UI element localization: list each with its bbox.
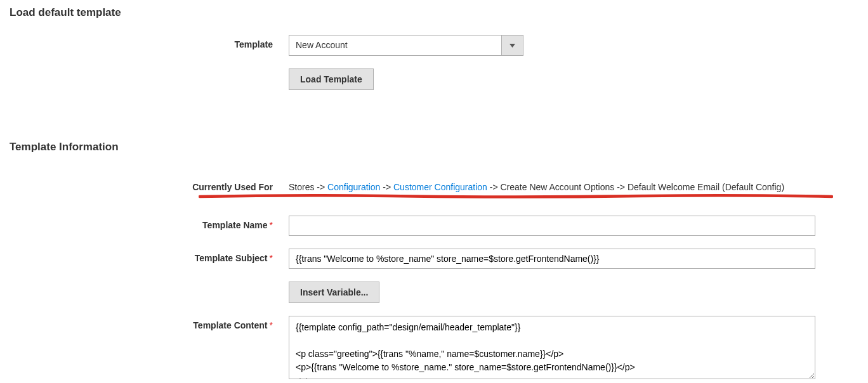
load-template-button[interactable]: Load Template bbox=[289, 68, 374, 90]
path-configuration-link[interactable]: Configuration bbox=[327, 182, 380, 192]
currently-used-for-label: Currently Used For bbox=[10, 182, 289, 193]
template-info-section-title: Template Information bbox=[10, 141, 858, 153]
annotation-underline bbox=[199, 193, 833, 200]
path-create-account-options: Create New Account Options bbox=[500, 182, 614, 192]
config-path: Stores -> Configuration -> Customer Conf… bbox=[289, 182, 858, 193]
template-name-label: Template Name* bbox=[10, 216, 289, 230]
caret-down-icon bbox=[510, 44, 515, 48]
currently-used-for-row: Currently Used For Stores -> Configurati… bbox=[10, 182, 858, 193]
insert-variable-button[interactable]: Insert Variable... bbox=[289, 282, 379, 303]
template-content-textarea[interactable] bbox=[289, 316, 815, 379]
path-stores: Stores bbox=[289, 182, 314, 192]
template-select-dropdown-button[interactable] bbox=[501, 36, 523, 55]
template-content-label: Template Content* bbox=[10, 316, 289, 330]
required-asterisk: * bbox=[270, 253, 273, 263]
template-select[interactable]: New Account bbox=[289, 35, 523, 56]
template-subject-label: Template Subject* bbox=[10, 249, 289, 263]
template-select-label: Template bbox=[10, 35, 289, 49]
path-customer-configuration-link[interactable]: Customer Configuration bbox=[393, 182, 487, 192]
template-subject-input[interactable] bbox=[289, 249, 815, 269]
required-asterisk: * bbox=[270, 220, 273, 230]
template-name-input[interactable] bbox=[289, 216, 815, 236]
required-asterisk: * bbox=[270, 320, 273, 330]
path-default-welcome-email: Default Welcome Email (Default Config) bbox=[628, 182, 784, 192]
load-template-section-title: Load default template bbox=[10, 6, 858, 19]
template-select-value: New Account bbox=[289, 36, 501, 55]
